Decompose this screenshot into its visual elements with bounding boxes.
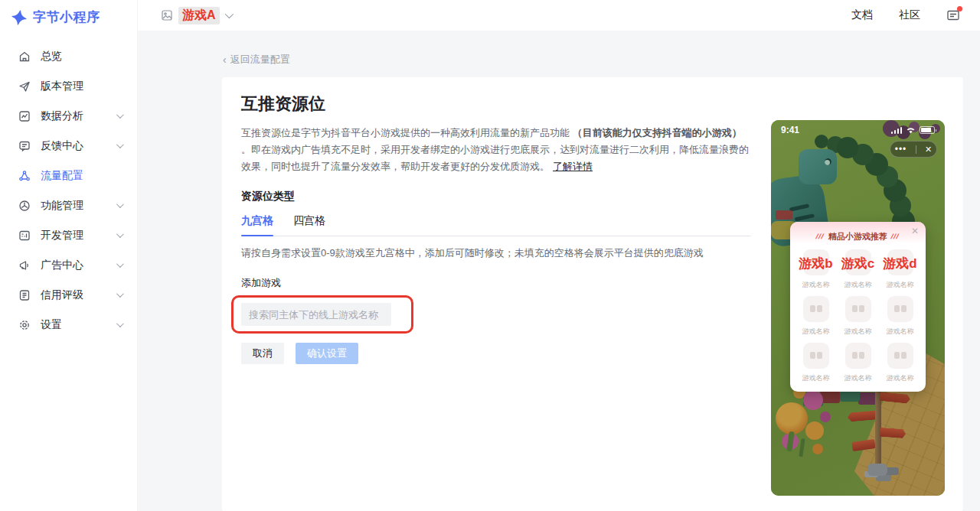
game-thumbnail-icon	[161, 9, 173, 21]
game-caption: 游戏名称	[887, 280, 914, 290]
sidebar-item-credit[interactable]: 信用评级	[0, 280, 137, 310]
feature-icon	[18, 200, 31, 212]
home-icon	[18, 50, 31, 63]
docs-link[interactable]: 文档	[851, 8, 873, 22]
logo-sparkle-icon	[11, 9, 28, 26]
game-grid: 游戏b 游戏名称 游戏c 游戏名称 游戏d 游戏名称 游	[790, 249, 926, 389]
back-link-label: 返回流量配置	[230, 53, 290, 67]
chevron-down-icon	[224, 10, 233, 18]
game-icon-placeholder[interactable]	[887, 296, 913, 322]
sidebar-item-feedback[interactable]: 反馈中心	[0, 131, 137, 161]
chevron-down-icon	[116, 230, 124, 238]
game-caption: 游戏名称	[844, 373, 872, 383]
chevron-down-icon	[116, 260, 124, 268]
analytics-icon	[18, 110, 31, 122]
recommend-games-modal: /// 精品小游戏推荐 /// ✕ 游戏b 游戏名称 游戏c 游戏名称	[790, 222, 926, 392]
logo-text: 字节小程序	[33, 8, 100, 26]
confirm-settings-button[interactable]: 确认设置	[296, 343, 358, 364]
chevron-down-icon	[116, 111, 124, 119]
version-icon	[18, 80, 31, 93]
phone-status-bar: 9:41	[771, 125, 945, 135]
feedback-icon	[18, 140, 31, 152]
description-bold-text: （目前该能力仅支持抖音端的小游戏）	[573, 127, 742, 138]
battery-icon	[920, 126, 935, 134]
tab-nine-grid[interactable]: 九宫格	[241, 214, 273, 236]
sidebar-item-overview[interactable]: 总览	[0, 41, 137, 71]
current-game-name: 游戏A	[178, 7, 220, 24]
signal-icon	[891, 127, 903, 134]
page-title: 互推资源位	[241, 93, 963, 116]
game-slot-6: 游戏名称	[879, 296, 921, 343]
game-caption: 游戏名称	[802, 327, 830, 337]
modal-title: 精品小游戏推荐	[828, 231, 887, 242]
game-caption: 游戏名称	[887, 327, 914, 337]
game-icon-placeholder[interactable]	[845, 296, 871, 322]
app-logo: 字节小程序	[0, 0, 137, 26]
sidebar-item-label: 开发管理	[41, 229, 83, 242]
mask-glyph-icon	[852, 305, 864, 313]
community-link[interactable]: 社区	[899, 8, 920, 22]
description-paragraph: 互推资源位是字节为抖音平台小游戏提供的一种高效利用流量的新产品功能 （目前该能力…	[241, 125, 751, 174]
sidebar-item-label: 信用评级	[41, 288, 83, 302]
credit-icon	[18, 289, 31, 301]
capsule-close-button[interactable]: ✕	[925, 145, 932, 154]
game-icon-placeholder[interactable]	[803, 343, 829, 369]
sidebar-item-label: 版本管理	[41, 80, 83, 93]
sidebar-item-traffic-config[interactable]: 流量配置	[0, 161, 137, 190]
sidebar-item-settings[interactable]: 设置	[0, 310, 137, 340]
game-search-input[interactable]	[241, 303, 391, 326]
game-icon-placeholder[interactable]	[845, 343, 871, 369]
title-deco-left: ///	[815, 233, 826, 240]
sidebar: 字节小程序 总览 版本管理 数据分析 反馈中心 流量配置 功能管理	[0, 0, 138, 511]
back-to-traffic-config-link[interactable]: ‹ 返回流量配置	[223, 53, 290, 67]
sidebar-item-label: 功能管理	[41, 199, 83, 213]
modal-header: /// 精品小游戏推荐 ///	[790, 222, 926, 246]
slot-type-tabs: 九宫格 四宫格	[241, 214, 751, 236]
phone-preview: 9:41 ••• ✕ /// 精品小游戏推荐 /// ✕ 游戏b 游戏名称	[771, 120, 945, 496]
game-name-overlay: 游戏d	[883, 255, 916, 272]
sidebar-item-develop[interactable]: 开发管理	[0, 220, 137, 250]
chevron-down-icon	[116, 141, 124, 148]
sidebar-item-features[interactable]: 功能管理	[0, 190, 137, 220]
game-slot-1: 游戏b 游戏名称	[795, 249, 837, 296]
sidebar-item-version[interactable]: 版本管理	[0, 71, 137, 101]
game-name-overlay: 游戏b	[799, 255, 832, 272]
game-slot-8: 游戏名称	[837, 343, 879, 389]
capsule-divider	[916, 145, 916, 154]
game-selector[interactable]: 游戏A	[161, 7, 231, 24]
chevron-down-icon	[116, 290, 124, 298]
sidebar-item-label: 流量配置	[41, 169, 83, 183]
game-name-overlay: 游戏c	[841, 255, 874, 272]
status-time: 9:41	[781, 125, 891, 135]
game-caption: 游戏名称	[844, 280, 872, 290]
sidebar-item-label: 设置	[41, 318, 62, 332]
mask-glyph-icon	[810, 352, 822, 360]
annotation-highlight-box	[231, 295, 413, 334]
content-card: 互推资源位 互推资源位是字节为抖音平台小游戏提供的一种高效利用流量的新产品功能 …	[222, 77, 963, 511]
sidebar-item-label: 数据分析	[41, 109, 83, 123]
top-header: 游戏A 文档 社区	[138, 0, 980, 31]
tab-four-grid[interactable]: 四宫格	[293, 214, 325, 236]
game-slot-7: 游戏名称	[795, 343, 837, 389]
sidebar-item-ads[interactable]: 广告中心	[0, 250, 137, 280]
sidebar-item-label: 反馈中心	[41, 139, 83, 153]
mini-app-capsule: ••• ✕	[890, 141, 937, 158]
game-slot-9: 游戏名称	[879, 343, 921, 389]
chevron-down-icon	[116, 320, 124, 327]
game-caption: 游戏名称	[802, 280, 830, 290]
game-icon-placeholder[interactable]	[887, 343, 913, 369]
cancel-button[interactable]: 取消	[241, 343, 284, 364]
game-caption: 游戏名称	[887, 373, 914, 383]
notification-badge	[957, 6, 962, 11]
modal-close-icon[interactable]: ✕	[911, 226, 919, 236]
game-icon-placeholder[interactable]	[803, 296, 829, 322]
wifi-icon	[906, 126, 916, 134]
game-caption: 游戏名称	[802, 373, 830, 383]
description-text: 。即在游戏内广告填充不足时，采用开发者绑定的小游戏进行兜底展示，达到对流量进行二…	[241, 144, 749, 172]
learn-more-link[interactable]: 了解详情	[553, 161, 593, 172]
capsule-more-button[interactable]: •••	[895, 145, 907, 154]
notifications-button[interactable]	[946, 8, 960, 22]
develop-icon	[18, 229, 31, 242]
sidebar-item-analytics[interactable]: 数据分析	[0, 101, 137, 131]
settings-icon	[18, 319, 31, 331]
